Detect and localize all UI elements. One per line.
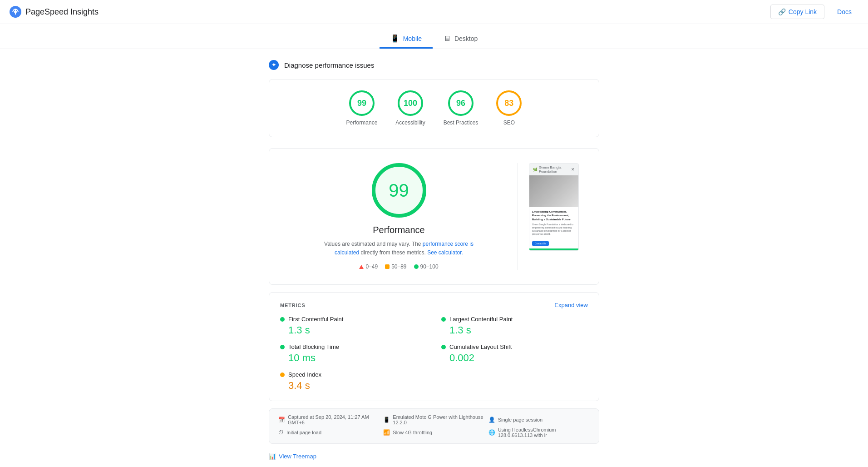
metric-si-label: Speed Index xyxy=(288,371,321,378)
accessibility-circle: 100 xyxy=(398,90,423,116)
phone-icon: 📱 xyxy=(383,417,390,423)
vertical-divider xyxy=(518,163,518,270)
header-actions: 🔗 Copy Link Docs xyxy=(770,5,859,19)
docs-button[interactable]: Docs xyxy=(830,5,859,19)
metric-cls: Cumulative Layout Shift 0.002 xyxy=(441,343,588,364)
legend-average-label: 50–89 xyxy=(391,263,406,270)
metric-tbt-name-row: Total Blocking Time xyxy=(280,343,427,350)
screenshot-site-name: 🌿 Green Bangla Foundation xyxy=(533,165,571,174)
signal-icon: 📶 xyxy=(383,429,390,436)
metric-lcp: Largest Contentful Paint 1.3 s xyxy=(441,316,588,336)
screenshot-site-name-text: Green Bangla Foundation xyxy=(539,165,571,174)
performance-description: Values are estimated and may vary. The p… xyxy=(313,240,485,257)
captured-text: Captured at Sep 20, 2024, 11:27 AM GMT+6 xyxy=(288,414,380,425)
performance-big-circle: 99 xyxy=(372,163,426,218)
footer-captured: 📅 Captured at Sep 20, 2024, 11:27 AM GMT… xyxy=(278,414,380,425)
legend-fail: 0–49 xyxy=(359,263,378,270)
metric-fcp-name-row: First Contentful Paint xyxy=(280,316,427,323)
seo-value: 83 xyxy=(504,99,513,108)
perf-left: 99 Performance Values are estimated and … xyxy=(280,163,518,270)
metric-cls-value: 0.002 xyxy=(441,352,588,364)
screenshot-header: 🌿 Green Bangla Foundation ✕ xyxy=(529,164,578,175)
metric-fcp-dot xyxy=(280,317,285,322)
metric-si-name-row: Speed Index xyxy=(280,371,427,378)
metric-fcp-label: First Contentful Paint xyxy=(288,316,343,323)
metrics-section: METRICS Expand view First Contentful Pai… xyxy=(269,292,599,401)
metric-tbt-label: Total Blocking Time xyxy=(288,343,339,350)
screenshot-text-area: Empowering Communities, Preserving the E… xyxy=(529,207,578,248)
mobile-icon: 📱 xyxy=(390,34,399,43)
metrics-header: METRICS Expand view xyxy=(280,302,588,308)
metric-si-value: 3.4 s xyxy=(280,380,427,392)
page-load-text: Initial page load xyxy=(286,430,321,435)
diagnose-title: Diagnose performance issues xyxy=(284,61,374,69)
orange-square-icon xyxy=(385,264,390,269)
red-triangle-icon xyxy=(359,265,364,269)
metric-tbt: Total Blocking Time 10 ms xyxy=(280,343,427,364)
session-text: Single page session xyxy=(498,417,542,422)
score-seo[interactable]: 83 SEO xyxy=(496,90,522,126)
performance-label: Performance xyxy=(346,119,378,126)
legend-good: 90–100 xyxy=(414,263,439,270)
user-icon: 👤 xyxy=(488,417,495,423)
site-favicon: 🌿 xyxy=(533,168,538,172)
desktop-icon: 🖥 xyxy=(444,35,451,43)
metric-lcp-label: Largest Contentful Paint xyxy=(449,316,513,323)
app-title: PageSpeed Insights xyxy=(25,7,99,17)
desc-text-2: directly from these metrics. xyxy=(360,249,427,256)
globe-icon: 🌐 xyxy=(488,429,495,436)
score-legend: 0–49 50–89 90–100 xyxy=(359,263,438,270)
copy-link-button[interactable]: 🔗 Copy Link xyxy=(770,5,824,19)
performance-title: Performance xyxy=(373,225,425,235)
scores-row: 99 Performance 100 Accessibility 96 Best… xyxy=(280,90,588,126)
screenshot-cta: Contact Us xyxy=(532,241,549,246)
score-performance[interactable]: 99 Performance xyxy=(346,90,378,126)
view-treemap-link[interactable]: 📊 View Treemap xyxy=(269,449,599,463)
metric-fcp-value: 1.3 s xyxy=(280,324,427,336)
pagespeed-logo-icon xyxy=(9,5,22,18)
see-calculator-link[interactable]: See calculator. xyxy=(427,249,463,256)
legend-average: 50–89 xyxy=(385,263,406,270)
metric-cls-label: Cumulative Layout Shift xyxy=(449,343,512,350)
metric-si-dot xyxy=(280,373,285,377)
calendar-icon: 📅 xyxy=(278,417,285,423)
seo-circle: 83 xyxy=(496,90,522,116)
throttling-text: Slow 4G throttling xyxy=(393,430,432,435)
tabs-container: 📱 Mobile 🖥 Desktop xyxy=(0,24,868,49)
view-treemap-label: View Treemap xyxy=(279,453,316,460)
footer-info: 📅 Captured at Sep 20, 2024, 11:27 AM GMT… xyxy=(269,408,599,444)
copy-link-label: Copy Link xyxy=(789,8,817,15)
performance-section: 99 Performance Values are estimated and … xyxy=(269,148,599,285)
footer-throttling: 📶 Slow 4G throttling xyxy=(383,427,484,438)
diagnose-icon: ✦ xyxy=(269,60,279,70)
perf-main: 99 Performance Values are estimated and … xyxy=(280,163,588,270)
footer-chromium: 🌐 Using HeadlessChromium 128.0.6613.113 … xyxy=(488,427,590,438)
performance-circle: 99 xyxy=(349,90,375,116)
screenshot-headline: Empowering Communities, Preserving the E… xyxy=(532,210,576,221)
score-best-practices[interactable]: 96 Best Practices xyxy=(444,90,478,126)
screenshot-body-text: Green Bangla Foundation is dedicated to … xyxy=(532,223,576,236)
legend-good-label: 90–100 xyxy=(420,263,439,270)
metric-lcp-value: 1.3 s xyxy=(441,324,588,336)
screenshot-preview: 🌿 Green Bangla Foundation ✕ Empowering C… xyxy=(529,163,579,251)
expand-view-button[interactable]: Expand view xyxy=(554,302,588,308)
emulated-text: Emulated Moto G Power with Lighthouse 12… xyxy=(393,414,484,425)
footer-emulated: 📱 Emulated Moto G Power with Lighthouse … xyxy=(383,414,484,425)
metric-si: Speed Index 3.4 s xyxy=(280,371,427,392)
footer-page-load: ⏱ Initial page load xyxy=(278,427,380,438)
close-icon: ✕ xyxy=(571,167,575,172)
desc-text-1: Values are estimated and may vary. The xyxy=(324,241,423,247)
best-practices-circle: 96 xyxy=(448,90,473,116)
tab-desktop[interactable]: 🖥 Desktop xyxy=(433,30,488,49)
accessibility-value: 100 xyxy=(404,99,417,108)
performance-value: 99 xyxy=(357,99,366,108)
perf-right: 🌿 Green Bangla Foundation ✕ Empowering C… xyxy=(529,163,588,251)
link-icon: 🔗 xyxy=(778,8,786,15)
legend-fail-label: 0–49 xyxy=(365,263,378,270)
tab-mobile-label: Mobile xyxy=(403,35,422,42)
timer-icon: ⏱ xyxy=(278,429,284,436)
seo-label: SEO xyxy=(503,119,515,126)
tab-mobile[interactable]: 📱 Mobile xyxy=(380,30,433,49)
metric-cls-dot xyxy=(441,345,446,349)
score-accessibility[interactable]: 100 Accessibility xyxy=(395,90,425,126)
